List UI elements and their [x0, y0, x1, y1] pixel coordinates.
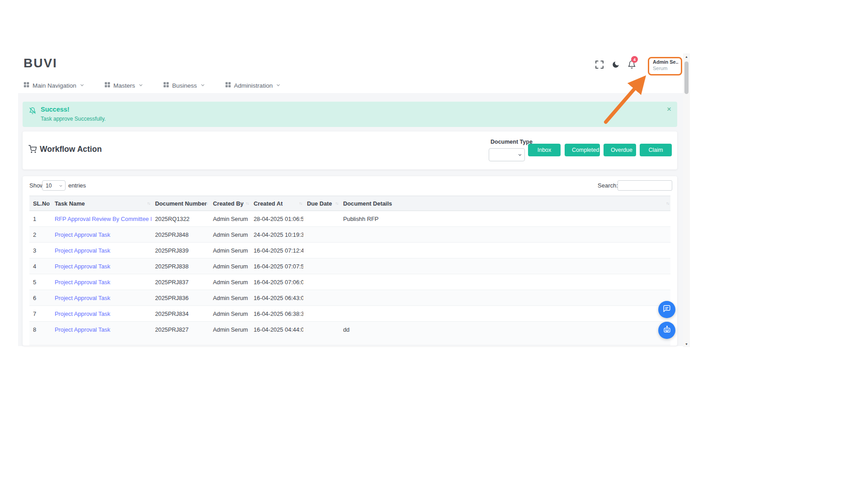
column-header[interactable]: Task Name↑↓: [51, 196, 151, 211]
workflow-action-card: Workflow Action Document Type Inbox Comp…: [23, 131, 677, 169]
table-row: 3Project Approval Task2025PRJ839Admin Se…: [29, 243, 670, 258]
column-header-label: Due Date: [307, 200, 332, 207]
table-row: 1RFP Approval Review By Committee Head20…: [29, 211, 670, 227]
table-row: 8Project Approval Task2025PRJ827Admin Se…: [29, 322, 670, 345]
task-link[interactable]: Project Approval Task: [51, 227, 151, 243]
document-number-cell: 2025PRJ848: [151, 227, 209, 243]
message-icon: [663, 305, 671, 314]
document-type-label: Document Type: [491, 139, 533, 145]
sl-cell: 4: [29, 258, 51, 274]
due-date-cell: [303, 274, 340, 290]
nav-item-label: Masters: [113, 82, 135, 89]
sl-cell: 3: [29, 243, 51, 258]
created-at-cell: 16-04-2025 07:07:50: [250, 258, 303, 274]
document-number-cell: 2025PRJ834: [151, 306, 209, 322]
bot-fab[interactable]: [658, 322, 675, 339]
entries-label: entries: [68, 182, 86, 189]
task-link[interactable]: Project Approval Task: [51, 258, 151, 274]
fullscreen-button[interactable]: [595, 61, 604, 70]
chevron-down-icon: [276, 82, 281, 89]
created-by-cell: Admin Serum: [209, 274, 250, 290]
chat-fab[interactable]: [658, 301, 675, 318]
column-header[interactable]: Created By↑↓: [209, 196, 250, 211]
task-link[interactable]: Project Approval Task: [51, 274, 151, 290]
created-by-cell: Admin Serum: [209, 243, 250, 258]
column-header[interactable]: Document Details↑↓: [340, 196, 670, 211]
sort-icon: ↑↓: [246, 201, 249, 206]
due-date-cell: [303, 211, 340, 227]
chevron-down-icon: [200, 82, 205, 89]
table-card: Show 10 entries Search: SL.No↑↓Task Name…: [23, 176, 677, 346]
table-row: 7Project Approval Task2025PRJ834Admin Se…: [29, 306, 670, 322]
task-link[interactable]: Project Approval Task: [51, 322, 151, 345]
nav-item-administration[interactable]: Administration: [225, 80, 281, 90]
page-title: Workflow Action: [40, 145, 102, 154]
moon-icon: [612, 62, 620, 70]
column-header[interactable]: Created At↑↓: [250, 196, 303, 211]
alert-close-button[interactable]: ×: [667, 105, 671, 113]
column-header[interactable]: SL.No↑↓: [29, 196, 51, 211]
user-menu[interactable]: Admin Se... Serum: [650, 58, 681, 75]
due-date-cell: [303, 227, 340, 243]
nav-item-label: Main Navigation: [33, 82, 76, 89]
page-size-select-wrap: 10: [42, 180, 66, 191]
grid-icon: [225, 82, 231, 89]
due-date-cell: [303, 243, 340, 258]
sl-cell: 2: [29, 227, 51, 243]
document-number-cell: 2025PRJ838: [151, 258, 209, 274]
scroll-up-button[interactable]: ▲: [683, 53, 690, 60]
user-role: Serum: [653, 66, 678, 71]
workflow-table: SL.No↑↓Task Name↑↓Document Number↑↓Creat…: [29, 196, 670, 345]
document-details-cell: dd: [340, 322, 670, 345]
grid-icon: [104, 82, 110, 89]
sort-icon: ↑↓: [335, 201, 339, 206]
document-details-cell: [340, 290, 670, 306]
document-details-cell: Publishh RFP: [340, 211, 670, 227]
overdue-button[interactable]: Overdue: [604, 144, 636, 156]
nav-item-business[interactable]: Business: [163, 80, 205, 90]
brand-logo: BUVI: [24, 56, 57, 70]
task-link[interactable]: Project Approval Task: [51, 306, 151, 322]
created-by-cell: Admin Serum: [209, 258, 250, 274]
search-input[interactable]: [618, 180, 672, 191]
created-by-cell: Admin Serum: [209, 322, 250, 345]
sort-icon: ↑↓: [47, 201, 50, 206]
task-link[interactable]: Project Approval Task: [51, 243, 151, 258]
chevron-down-icon: [138, 82, 143, 89]
column-header-label: Created At: [254, 200, 283, 207]
due-date-cell: [303, 322, 340, 345]
nav-item-masters[interactable]: Masters: [104, 80, 143, 90]
scroll-thumb[interactable]: [684, 61, 689, 94]
created-by-cell: Admin Serum: [209, 306, 250, 322]
chevron-down-icon: [80, 82, 85, 89]
task-link[interactable]: Project Approval Task: [51, 290, 151, 306]
nav-item-label: Administration: [234, 82, 273, 89]
task-link[interactable]: RFP Approval Review By Committee Head: [51, 211, 151, 227]
theme-toggle-button[interactable]: [612, 61, 621, 70]
created-at-cell: 16-04-2025 07:06:02: [250, 274, 303, 290]
document-type-select[interactable]: [489, 148, 525, 161]
claim-button[interactable]: Claim: [640, 144, 672, 156]
fullscreen-icon: [595, 62, 604, 70]
nav-item-main-navigation[interactable]: Main Navigation: [24, 80, 85, 90]
sl-cell: 6: [29, 290, 51, 306]
column-header[interactable]: Document Number↑↓: [151, 196, 209, 211]
scrollbar[interactable]: ▲ ▼: [683, 53, 690, 347]
scroll-down-button[interactable]: ▼: [683, 341, 690, 347]
cart-icon: [28, 145, 37, 155]
sl-cell: 5: [29, 274, 51, 290]
page-size-select[interactable]: 10: [42, 180, 66, 191]
created-by-cell: Admin Serum: [209, 211, 250, 227]
notification-badge: 4: [631, 56, 638, 63]
sort-icon: ↑↓: [666, 201, 670, 206]
column-header[interactable]: Due Date↑↓: [303, 196, 340, 211]
nav-item-label: Business: [172, 82, 197, 89]
document-details-cell: [340, 258, 670, 274]
created-at-cell: 16-04-2025 06:38:39: [250, 306, 303, 322]
column-header-label: Created By: [213, 200, 244, 207]
due-date-cell: [303, 258, 340, 274]
completed-button[interactable]: Completed: [565, 144, 600, 156]
created-at-cell: 24-04-2025 10:19:31: [250, 227, 303, 243]
inbox-button[interactable]: Inbox: [528, 144, 561, 156]
grid-icon: [163, 82, 169, 89]
